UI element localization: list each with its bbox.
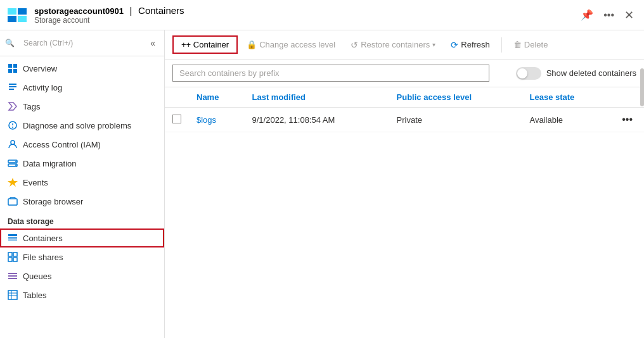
more-options-button[interactable]: ••• <box>601 7 617 23</box>
svg-point-18 <box>15 165 16 166</box>
row-checkbox-cell <box>165 108 189 132</box>
toolbar-separator <box>501 37 502 53</box>
row-checkbox[interactable] <box>172 115 181 123</box>
window-title: spstorageaccount0901 | Containers Storag… <box>34 5 578 25</box>
sidebar-item-access-control[interactable]: Access Control (IAM) <box>0 135 164 154</box>
svg-rect-10 <box>9 89 14 90</box>
title-bar: spstorageaccount0901 | Containers Storag… <box>0 0 644 30</box>
sidebar-search-input[interactable] <box>18 35 146 51</box>
svg-point-17 <box>15 161 16 162</box>
queues-icon <box>8 271 18 281</box>
data-storage-section-header: Data storage <box>0 211 164 228</box>
svg-rect-26 <box>8 258 12 261</box>
svg-rect-1 <box>18 8 27 15</box>
sidebar-item-activity-log-label: Activity log <box>23 83 62 92</box>
app-logo <box>8 8 28 22</box>
svg-rect-30 <box>8 278 17 279</box>
diagnose-icon <box>8 120 18 130</box>
close-button[interactable]: ✕ <box>622 6 636 25</box>
svg-rect-24 <box>8 253 12 256</box>
row-name[interactable]: $logs <box>189 108 245 132</box>
data-migration-icon <box>8 158 18 168</box>
row-access-level: Private <box>389 108 522 132</box>
sidebar-item-queues[interactable]: Queues <box>0 266 164 285</box>
restore-containers-label: Restore containers <box>361 40 430 49</box>
add-container-label: + Container <box>186 40 229 49</box>
sidebar-item-iam-label: Access Control (IAM) <box>23 140 101 149</box>
col-access-level[interactable]: Public access level <box>389 87 522 108</box>
svg-rect-3 <box>18 16 27 22</box>
content-area: + + Container 🔒 Change access level ↺ Re… <box>165 30 644 338</box>
containers-table-container: Name Last modified Public access level L… <box>165 87 644 338</box>
svg-rect-25 <box>13 253 17 256</box>
restore-dropdown-icon: ▾ <box>432 41 435 48</box>
page-subtitle: Storage account <box>34 16 578 25</box>
sidebar-item-tables[interactable]: Tables <box>0 285 164 304</box>
svg-rect-5 <box>13 64 17 68</box>
svg-rect-20 <box>8 199 17 205</box>
change-access-button[interactable]: 🔒 Change access level <box>240 37 342 53</box>
sidebar-item-tags-label: Tags <box>23 102 40 111</box>
row-more-button[interactable]: ••• <box>618 113 636 127</box>
col-last-modified[interactable]: Last modified <box>245 87 389 108</box>
pin-button[interactable]: 📌 <box>578 6 596 23</box>
tables-icon <box>8 290 18 300</box>
title-separator: | <box>130 5 132 16</box>
toolbar: + + Container 🔒 Change access level ↺ Re… <box>165 30 644 59</box>
restore-containers-button[interactable]: ↺ Restore containers ▾ <box>344 37 442 53</box>
container-search-input[interactable] <box>172 65 489 82</box>
restore-icon: ↺ <box>351 40 358 50</box>
row-lease-state: Available <box>522 108 611 132</box>
delete-icon: 🗑 <box>513 40 522 49</box>
events-icon <box>8 177 18 187</box>
delete-button[interactable]: 🗑 Delete <box>507 37 555 53</box>
col-checkbox <box>165 87 189 108</box>
sidebar-nav: Overview Activity log Tags <box>0 56 164 338</box>
sidebar-item-tables-label: Tables <box>23 291 47 300</box>
svg-rect-29 <box>8 275 17 277</box>
delete-label: Delete <box>524 40 548 49</box>
sidebar-item-events[interactable]: Events <box>0 173 164 192</box>
svg-rect-2 <box>8 16 16 22</box>
svg-rect-0 <box>8 8 16 15</box>
sidebar-item-storage-browser[interactable]: Storage browser <box>0 192 164 211</box>
sidebar-item-file-shares-label: File shares <box>23 253 63 262</box>
col-lease-state[interactable]: Lease state <box>522 87 611 108</box>
activity-log-icon <box>8 82 18 92</box>
sidebar-collapse-button[interactable]: « <box>146 35 159 51</box>
page-section: Containers <box>138 5 184 16</box>
search-bar: Show deleted containers <box>165 59 644 87</box>
change-access-label: Change access level <box>259 40 335 49</box>
tags-icon <box>8 101 18 111</box>
table-row: $logs 9/1/2022, 11:08:54 AM Private Avai… <box>165 108 644 132</box>
svg-point-14 <box>11 141 15 144</box>
refresh-label: Refresh <box>461 40 490 49</box>
svg-marker-19 <box>8 178 18 187</box>
sidebar-item-activity-log[interactable]: Activity log <box>0 78 164 97</box>
window-actions: 📌 ••• ✕ <box>578 6 636 25</box>
svg-rect-8 <box>9 84 16 85</box>
show-deleted-toggle[interactable] <box>516 67 541 80</box>
sidebar-item-file-shares[interactable]: File shares <box>0 247 164 266</box>
containers-table: Name Last modified Public access level L… <box>165 87 644 132</box>
col-name[interactable]: Name <box>189 87 245 108</box>
sidebar-item-storage-browser-label: Storage browser <box>23 197 83 206</box>
sidebar-search-bar: 🔍 « <box>0 30 164 56</box>
svg-rect-7 <box>13 69 17 73</box>
sidebar-item-overview[interactable]: Overview <box>0 59 164 78</box>
sidebar-item-diagnose[interactable]: Diagnose and solve problems <box>0 116 164 135</box>
row-last-modified: 9/1/2022, 11:08:54 AM <box>245 108 389 132</box>
lock-icon: 🔒 <box>247 40 257 49</box>
svg-rect-31 <box>8 291 17 299</box>
sidebar-item-containers[interactable]: Containers <box>0 228 164 247</box>
file-shares-icon <box>8 252 18 262</box>
svg-rect-21 <box>8 234 17 236</box>
sidebar-item-data-migration-label: Data migration <box>23 159 77 168</box>
refresh-button[interactable]: ⟳ Refresh <box>444 37 496 53</box>
svg-rect-27 <box>13 258 17 261</box>
main-layout: 🔍 « Overview Activity log <box>0 30 644 338</box>
svg-rect-4 <box>8 64 12 68</box>
sidebar-item-tags[interactable]: Tags <box>0 97 164 116</box>
add-container-button[interactable]: + + Container <box>172 35 238 54</box>
sidebar-item-data-migration[interactable]: Data migration <box>0 154 164 173</box>
